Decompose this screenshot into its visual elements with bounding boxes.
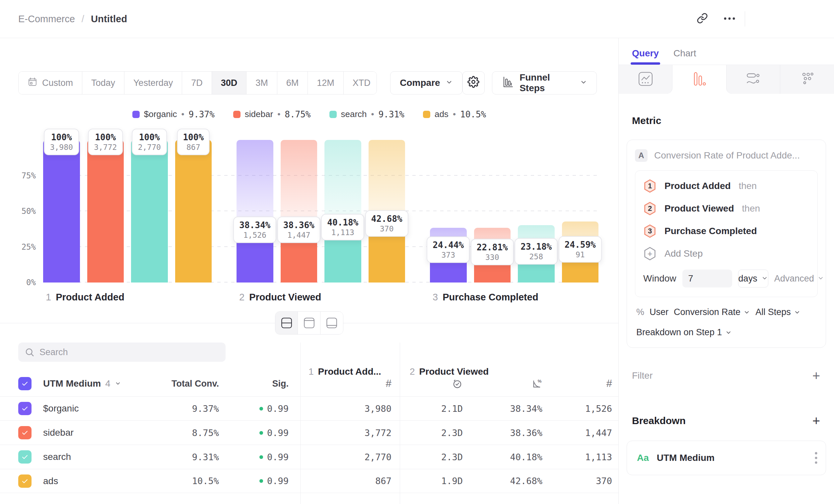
- table-row-ads[interactable]: ads10.5%0.998671.9D42.68%370: [0, 469, 618, 493]
- step1-count-value: 867: [300, 476, 392, 486]
- advanced-toggle[interactable]: Advanced: [774, 274, 824, 284]
- chart-settings-button[interactable]: [462, 71, 485, 94]
- save-button[interactable]: Save: [754, 8, 817, 29]
- funnel-bar-sidebar-step1[interactable]: 100%3,772: [87, 140, 124, 282]
- tab-scatter-chart[interactable]: [780, 65, 834, 94]
- funnel-bar-organic-step3[interactable]: 24.44%373: [430, 140, 467, 282]
- bar-value-tooltip: 40.18%1,113: [321, 214, 364, 240]
- add-breakdown-button[interactable]: +: [812, 414, 820, 428]
- row-name: sidebar: [38, 428, 156, 438]
- funnel-bar-organic-step1[interactable]: 100%3,980: [43, 140, 80, 282]
- row-checkbox[interactable]: [18, 426, 31, 439]
- search-input[interactable]: [18, 343, 225, 362]
- breakdown-label: Breakdown: [632, 415, 686, 427]
- funnel-bar-ads-step1[interactable]: 100%867: [175, 140, 212, 282]
- count-sort-icon[interactable]: #: [300, 378, 392, 390]
- row-checkbox[interactable]: [18, 402, 31, 415]
- measure-metric-dropdown[interactable]: Conversion Rate: [674, 307, 750, 317]
- chart-type-selector[interactable]: Funnel Steps: [492, 71, 597, 94]
- table-row-organic[interactable]: $organic9.37%0.993,9802.1D38.34%1,526: [0, 396, 618, 420]
- chart-type-label: Funnel Steps: [520, 72, 575, 93]
- more-actions-button[interactable]: [720, 9, 739, 28]
- page-title[interactable]: Untitled: [91, 14, 127, 25]
- funnel-bar-organic-step2[interactable]: 38.34%1,526: [237, 140, 273, 282]
- count-sort-icon[interactable]: #: [542, 378, 612, 390]
- date-range-12m[interactable]: 12M: [308, 72, 344, 94]
- legend-item-organic[interactable]: $organic•9.37%: [132, 109, 215, 119]
- query-step-1[interactable]: 1Product Addedthen: [643, 175, 809, 197]
- gear-icon: [467, 76, 479, 90]
- date-range-6m[interactable]: 6M: [277, 72, 308, 94]
- date-range-yesterday[interactable]: Yesterday: [125, 72, 182, 94]
- y-tick-50%: 50%: [22, 207, 36, 216]
- legend-item-sidebar[interactable]: sidebar•8.75%: [233, 109, 311, 119]
- measure-entity[interactable]: User: [650, 307, 668, 317]
- tab-flow-chart[interactable]: [726, 65, 780, 94]
- bar-value-tooltip: 22.81%330: [471, 239, 514, 265]
- total-conv-value: 9.31%: [156, 452, 219, 462]
- conv-rate-value: 38.36%: [463, 428, 542, 438]
- panel-tabs: Query Chart: [619, 38, 834, 65]
- tab-line-chart[interactable]: [619, 65, 673, 94]
- y-tick-0%: 0%: [26, 278, 36, 287]
- date-range-3m[interactable]: 3M: [246, 72, 277, 94]
- metric-name: Conversion Rate of Product Adde...: [654, 150, 800, 161]
- date-range-custom[interactable]: Custom: [19, 72, 82, 94]
- tab-query[interactable]: Query: [632, 48, 659, 65]
- funnel-bar-search-step3[interactable]: 23.18%258: [518, 140, 555, 282]
- metric-name-row[interactable]: A Conversion Rate of Product Adde...: [635, 149, 818, 162]
- view-split-button[interactable]: [275, 312, 298, 334]
- conv-count-value: 1,447: [542, 428, 612, 438]
- bar-value-tooltip: 100%3,772: [88, 129, 123, 155]
- filter-label: Filter: [632, 370, 653, 381]
- view-bottom-pane-button[interactable]: [321, 312, 343, 334]
- tab-chart[interactable]: Chart: [674, 48, 696, 65]
- legend-item-search[interactable]: search•9.31%: [329, 109, 404, 119]
- conversion-rate-icon[interactable]: %: [463, 378, 542, 389]
- funnel-bar-sidebar-step3[interactable]: 22.81%330: [474, 140, 511, 282]
- funnel-bar-ads-step2[interactable]: 42.68%370: [369, 140, 405, 282]
- table-search: [18, 343, 225, 362]
- window-unit-select[interactable]: days: [738, 270, 768, 288]
- group-column-header[interactable]: UTM Medium 4: [38, 378, 156, 389]
- share-link-button[interactable]: [693, 9, 711, 28]
- funnel-bar-search-step1[interactable]: 100%2,770: [131, 140, 168, 282]
- row-checkbox[interactable]: [18, 475, 31, 488]
- query-step-2[interactable]: 2Product Viewedthen: [643, 197, 809, 220]
- avg-time-icon[interactable]: [400, 378, 463, 389]
- compare-button[interactable]: Compare: [390, 71, 462, 94]
- date-range-today[interactable]: Today: [82, 72, 125, 94]
- breakdown-item[interactable]: Aa UTM Medium: [627, 441, 826, 475]
- kebab-menu-icon[interactable]: [814, 451, 818, 464]
- top-header: E-Commerce / Untitled Save: [0, 0, 834, 38]
- query-step-3[interactable]: 3Purchase Completed: [643, 220, 809, 243]
- header-divider: [745, 11, 745, 26]
- select-all-checkbox[interactable]: [18, 377, 31, 390]
- funnel-bar-search-step2[interactable]: 40.18%1,113: [325, 140, 361, 282]
- table-row-sidebar[interactable]: sidebar8.75%0.993,7722.3D38.36%1,447: [0, 420, 618, 445]
- sig-header[interactable]: Sig.: [219, 379, 289, 389]
- measure-scope-dropdown[interactable]: All Steps: [755, 307, 800, 317]
- date-range-7d[interactable]: 7D: [182, 72, 212, 94]
- legend-swatch: [233, 111, 241, 118]
- tab-funnel-chart[interactable]: [673, 65, 726, 94]
- breadcrumb-parent[interactable]: E-Commerce: [18, 14, 75, 25]
- funnel-bar-sidebar-step2[interactable]: 38.36%1,447: [281, 140, 317, 282]
- date-range-30d[interactable]: 30D: [212, 72, 247, 94]
- row-checkbox[interactable]: [18, 450, 31, 463]
- funnel-step-group-3: 24.44%37322.81%33023.18%25824.59%913Purc…: [430, 140, 598, 303]
- funnel-bar-ads-step3[interactable]: 24.59%91: [562, 140, 599, 282]
- add-filter-button[interactable]: +: [812, 369, 820, 382]
- metric-badge: A: [635, 149, 648, 162]
- window-value-input[interactable]: [682, 270, 732, 288]
- svg-text:%: %: [538, 379, 542, 384]
- legend-item-ads[interactable]: ads•10.5%: [423, 109, 486, 119]
- view-top-pane-button[interactable]: [298, 312, 321, 334]
- breakdown-on-step-dropdown[interactable]: Breakdown on Step 1: [635, 327, 818, 338]
- add-step-button[interactable]: + Add Step: [643, 243, 809, 265]
- date-range-xtd[interactable]: XTD: [344, 72, 377, 94]
- total-conv-header[interactable]: Total Conv.: [156, 379, 219, 389]
- sig-value: 0.99: [219, 404, 289, 414]
- total-conv-value: 8.75%: [156, 428, 219, 438]
- table-row-search[interactable]: search9.31%0.992,7702.3D40.18%1,113: [0, 445, 618, 469]
